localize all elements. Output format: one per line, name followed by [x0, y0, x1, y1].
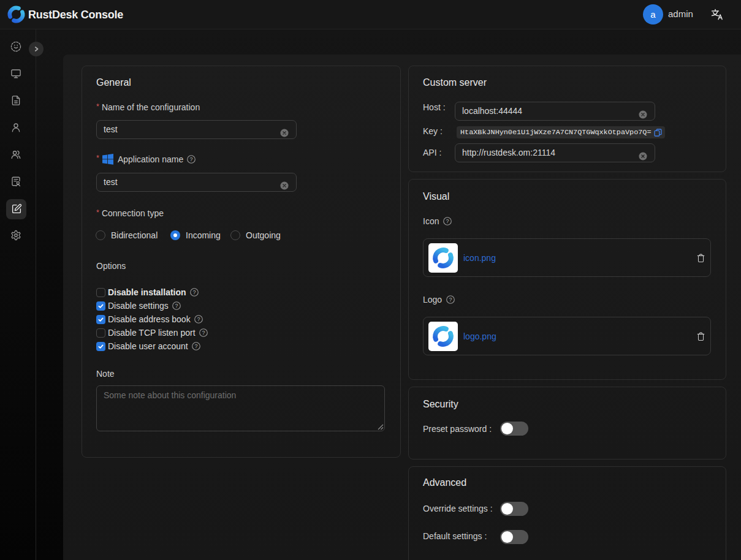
svg-text:?: ?	[449, 297, 452, 303]
svg-text:?: ?	[192, 289, 196, 295]
svg-text:?: ?	[190, 156, 193, 162]
svg-text:?: ?	[446, 218, 449, 224]
svg-text:?: ?	[175, 303, 178, 309]
svg-text:?: ?	[197, 316, 200, 322]
svg-text:?: ?	[194, 343, 197, 349]
svg-text:?: ?	[202, 330, 205, 336]
